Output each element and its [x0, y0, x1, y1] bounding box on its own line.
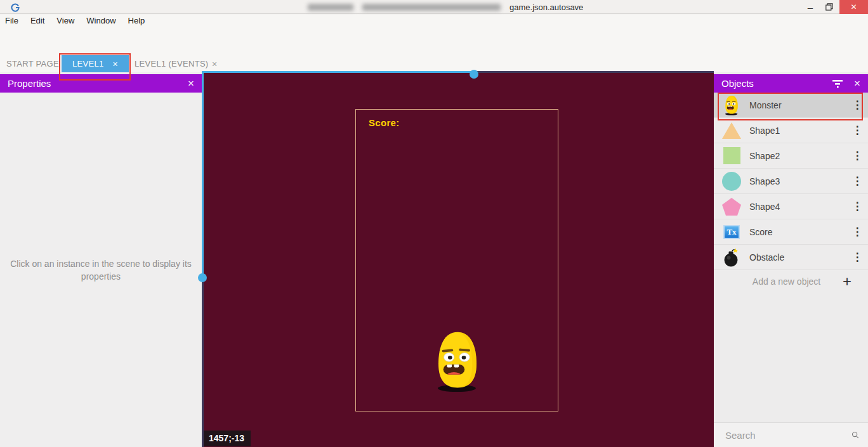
kebab-menu-icon[interactable]: ⋮	[846, 124, 868, 137]
minimize-button[interactable]: –	[801, 0, 820, 14]
tab-level1-label: LEVEL1	[72, 59, 104, 68]
cursor-coordinates: 1457;-13	[204, 431, 251, 446]
triangle-thumbnail-icon	[714, 122, 749, 139]
menu-file[interactable]: File	[5, 16, 18, 25]
properties-panel: Properties × Click on an instance in the…	[0, 72, 202, 447]
properties-panel-title: Properties	[8, 78, 188, 89]
scene-canvas[interactable]: Score: 1457;-13	[202, 72, 714, 447]
menu-window[interactable]: Window	[86, 16, 115, 25]
add-new-object-label: Add a new object	[714, 276, 843, 287]
square-thumbnail-icon	[714, 147, 749, 164]
bomb-thumbnail-icon	[714, 248, 749, 267]
object-row-shape4[interactable]: Shape4 ⋮	[714, 194, 868, 219]
tab-start-page[interactable]: START PAGE	[6, 55, 59, 72]
menu-view[interactable]: View	[56, 16, 74, 25]
score-text-object[interactable]: Score:	[369, 117, 400, 128]
tab-level1-events[interactable]: LEVEL1 (EVENTS)	[135, 55, 209, 72]
window-title-text: game.json.autosave	[510, 3, 583, 12]
canvas-vertical-scrollbar-track[interactable]	[202, 278, 204, 447]
window-title: game.json.autosave	[308, 3, 583, 11]
close-button[interactable]: ✕	[839, 0, 868, 14]
kebab-menu-icon[interactable]: ⋮	[846, 225, 868, 238]
properties-panel-header: Properties ×	[0, 74, 202, 93]
object-row-shape1[interactable]: Shape1 ⋮	[714, 118, 868, 143]
menu-help[interactable]: Help	[128, 16, 145, 25]
add-new-object-row[interactable]: Add a new object +	[714, 270, 868, 293]
menu-bar: File Edit View Window Help	[0, 15, 868, 27]
objects-close-icon[interactable]: ×	[854, 77, 860, 90]
objects-panel-header: Objects ×	[714, 74, 868, 93]
canvas-vertical-scroll-handle[interactable]	[198, 273, 207, 282]
canvas-horizontal-scrollbar[interactable]	[202, 71, 474, 73]
object-row-obstacle[interactable]: Obstacle ⋮	[714, 245, 868, 270]
redacted-path-segment	[362, 4, 501, 11]
properties-empty-message: Click on an instance in the scene to dis…	[6, 257, 196, 283]
redacted-title-segment	[308, 4, 353, 11]
tab-level1-events-close-icon[interactable]: ×	[212, 55, 217, 72]
kebab-menu-icon[interactable]: ⋮	[846, 200, 868, 213]
objects-panel-spacer	[714, 293, 868, 422]
objects-panel: Objects × Monster ⋮ Shape1 ⋮ Shape2	[714, 72, 868, 447]
restore-icon	[825, 3, 833, 11]
tab-level1[interactable]: LEVEL1 ×	[62, 55, 129, 72]
kebab-menu-icon[interactable]: ⋮	[846, 149, 868, 162]
object-row-monster[interactable]: Monster ⋮	[714, 93, 868, 118]
object-label: Shape4	[749, 202, 846, 212]
toolbar: 1:1	[0, 27, 868, 55]
title-bar: game.json.autosave – ✕	[0, 0, 868, 14]
kebab-menu-icon[interactable]: ⋮	[846, 250, 868, 264]
objects-search-input[interactable]	[725, 430, 852, 441]
tab-bar: START PAGE LEVEL1 × LEVEL1 (EVENTS) ×	[0, 55, 868, 72]
object-label: Shape3	[749, 176, 846, 186]
text-object-thumbnail-icon: Tx	[714, 225, 749, 239]
object-row-shape3[interactable]: Shape3 ⋮	[714, 169, 868, 194]
canvas-horizontal-scrollbar-track[interactable]	[474, 71, 714, 73]
menu-edit[interactable]: Edit	[30, 16, 44, 25]
objects-search-row	[714, 422, 868, 447]
gdevelop-logo-icon	[10, 2, 20, 12]
kebab-menu-icon[interactable]: ⋮	[846, 98, 868, 112]
gdevelop-window: game.json.autosave – ✕ File Edit View Wi…	[0, 0, 868, 447]
monster-thumbnail-icon	[714, 95, 749, 115]
object-label: Shape2	[749, 151, 846, 161]
filter-icon[interactable]	[831, 79, 844, 88]
object-label: Obstacle	[749, 252, 846, 262]
objects-panel-title: Objects	[721, 78, 831, 89]
canvas-vertical-scrollbar[interactable]	[202, 72, 204, 278]
object-label: Shape1	[749, 126, 846, 136]
pentagon-thumbnail-icon	[714, 197, 749, 216]
circle-thumbnail-icon	[714, 172, 749, 191]
tab-level1-close-icon[interactable]: ×	[113, 59, 118, 69]
monster-instance[interactable]	[432, 330, 483, 392]
object-row-shape2[interactable]: Shape2 ⋮	[714, 143, 868, 169]
restore-button[interactable]	[820, 0, 839, 14]
search-icon	[852, 429, 859, 441]
object-label: Score	[749, 227, 846, 237]
kebab-menu-icon[interactable]: ⋮	[846, 174, 868, 188]
object-label: Monster	[749, 100, 846, 110]
canvas-horizontal-scroll-handle[interactable]	[470, 70, 478, 79]
properties-close-icon[interactable]: ×	[188, 77, 194, 90]
plus-icon[interactable]: +	[843, 273, 868, 290]
object-row-score[interactable]: Tx Score ⋮	[714, 219, 868, 245]
